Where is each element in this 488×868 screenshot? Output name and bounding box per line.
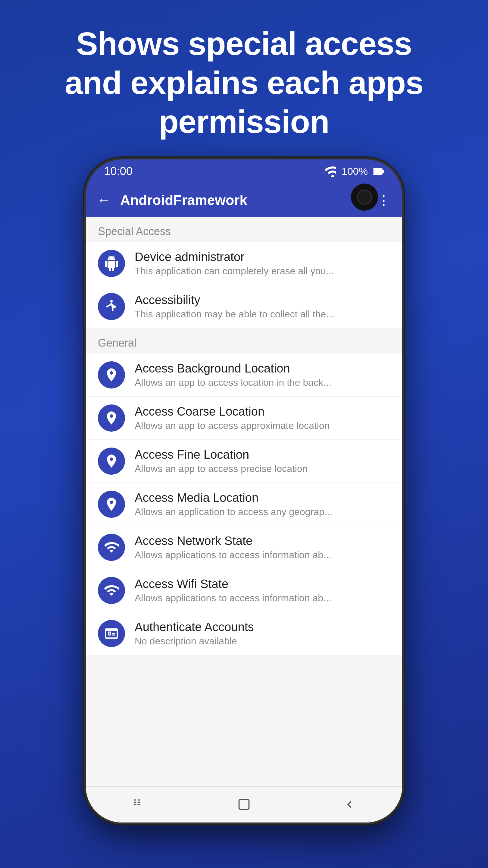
background-location-icon (98, 361, 125, 389)
svg-rect-6 (134, 802, 136, 803)
coarse-location-desc: Allows an app to access approximate loca… (135, 420, 390, 431)
list-item[interactable]: Access Background Location Allows an app… (86, 353, 402, 397)
back-chevron-icon (343, 798, 356, 811)
fine-location-icon (98, 447, 125, 475)
coarse-location-text: Access Coarse Location Allows an app to … (135, 405, 390, 431)
list-item[interactable]: Accessibility This application may be ab… (86, 285, 402, 328)
status-icons: 100% (324, 165, 384, 177)
svg-rect-8 (137, 800, 140, 801)
home-button[interactable] (232, 792, 256, 816)
wifi-state-icon (98, 577, 125, 604)
media-location-desc: Allows an application to access any geog… (135, 506, 390, 518)
fine-location-text: Access Fine Location Allows an app to ac… (135, 448, 390, 474)
list-item[interactable]: Access Coarse Location Allows an app to … (86, 397, 402, 440)
recent-apps-icon (132, 798, 145, 811)
location-pin-icon-3 (104, 453, 119, 469)
svg-rect-9 (137, 802, 140, 803)
android-icon (104, 255, 119, 271)
wifi-state-svg-icon (104, 583, 119, 598)
battery-label: 100% (341, 165, 368, 177)
wifi-state-desc: Allows applications to access informatio… (135, 592, 390, 604)
phone-shell: 10:00 100% ← AndroidFramework ⋮ (86, 159, 402, 823)
svg-point-4 (110, 300, 113, 303)
back-button[interactable]: ← (97, 192, 111, 208)
coarse-location-title: Access Coarse Location (135, 405, 390, 418)
recent-apps-button[interactable] (127, 792, 151, 816)
screen-content: Special Access Device administrator This… (86, 217, 402, 823)
location-pin-icon (104, 367, 119, 383)
menu-button[interactable]: ⋮ (377, 192, 391, 208)
network-state-title: Access Network State (135, 534, 390, 548)
coarse-location-icon (98, 404, 125, 432)
headline-line3: permission (159, 103, 329, 140)
app-title: AndroidFramework (120, 192, 368, 208)
list-item[interactable]: Device administrator This application ca… (86, 242, 402, 285)
list-item[interactable]: Access Network State Allows applications… (86, 526, 402, 569)
device-admin-desc: This application can completely erase al… (135, 266, 390, 277)
wifi-perm-icon (104, 539, 119, 555)
svg-rect-7 (134, 804, 136, 805)
accessibility-text: Accessibility This application may be ab… (135, 293, 390, 320)
svg-rect-5 (134, 800, 136, 801)
accessibility-desc: This application may be able to collect … (135, 309, 390, 320)
status-time: 10:00 (104, 165, 133, 178)
network-state-desc: Allows applications to access informatio… (135, 550, 390, 561)
location-pin-icon-4 (104, 496, 119, 512)
svg-rect-11 (239, 800, 249, 809)
headline: Shows special access and explains each a… (41, 0, 447, 159)
wifi-icon (324, 166, 336, 177)
list-item[interactable]: Access Fine Location Allows an app to ac… (86, 440, 402, 483)
device-admin-title: Device administrator (135, 250, 390, 264)
svg-rect-10 (137, 804, 140, 805)
background-location-desc: Allows an app to access location in the … (135, 377, 390, 388)
headline-line2: and explains each apps (65, 64, 423, 101)
background-location-text: Access Background Location Allows an app… (135, 362, 390, 388)
camera-dot (357, 190, 372, 205)
list-item[interactable]: Access Wifi State Allows applications to… (86, 569, 402, 612)
network-state-icon (98, 534, 125, 561)
media-location-title: Access Media Location (135, 491, 390, 504)
nav-bar (86, 786, 402, 823)
list-item[interactable]: Access Media Location Allows an applicat… (86, 483, 402, 526)
back-nav-button[interactable] (337, 792, 361, 816)
scroll-area: Special Access Device administrator This… (86, 217, 402, 786)
background-location-title: Access Background Location (135, 362, 390, 375)
section-header-general: General (86, 328, 402, 353)
media-location-icon (98, 491, 125, 518)
svg-point-0 (331, 175, 334, 177)
section-header-special-access: Special Access (86, 217, 402, 242)
network-state-text: Access Network State Allows applications… (135, 534, 390, 561)
accessibility-icon (98, 293, 125, 320)
device-admin-text: Device administrator This application ca… (135, 250, 390, 277)
authenticate-accounts-icon (98, 620, 125, 647)
wifi-state-text: Access Wifi State Allows applications to… (135, 577, 390, 604)
device-admin-icon (98, 250, 125, 277)
svg-rect-2 (374, 169, 382, 174)
location-pin-icon-2 (104, 410, 119, 426)
home-circle-icon (237, 798, 251, 811)
status-bar: 10:00 100% (86, 159, 402, 184)
authenticate-accounts-desc: No description available (135, 636, 390, 647)
media-location-text: Access Media Location Allows an applicat… (135, 491, 390, 518)
battery-icon (373, 168, 384, 175)
fine-location-desc: Allows an app to access precise location (135, 463, 390, 474)
accessibility-svg-icon (104, 299, 119, 314)
list-item[interactable]: Authenticate Accounts No description ava… (86, 612, 402, 655)
authenticate-accounts-text: Authenticate Accounts No description ava… (135, 620, 390, 647)
authenticate-accounts-title: Authenticate Accounts (135, 620, 390, 634)
wifi-state-title: Access Wifi State (135, 577, 390, 591)
camera-notch (351, 184, 378, 211)
fine-location-title: Access Fine Location (135, 448, 390, 461)
headline-line1: Shows special access (76, 25, 412, 62)
svg-rect-3 (382, 170, 384, 173)
info-card-icon (104, 626, 119, 641)
accessibility-title: Accessibility (135, 293, 390, 307)
